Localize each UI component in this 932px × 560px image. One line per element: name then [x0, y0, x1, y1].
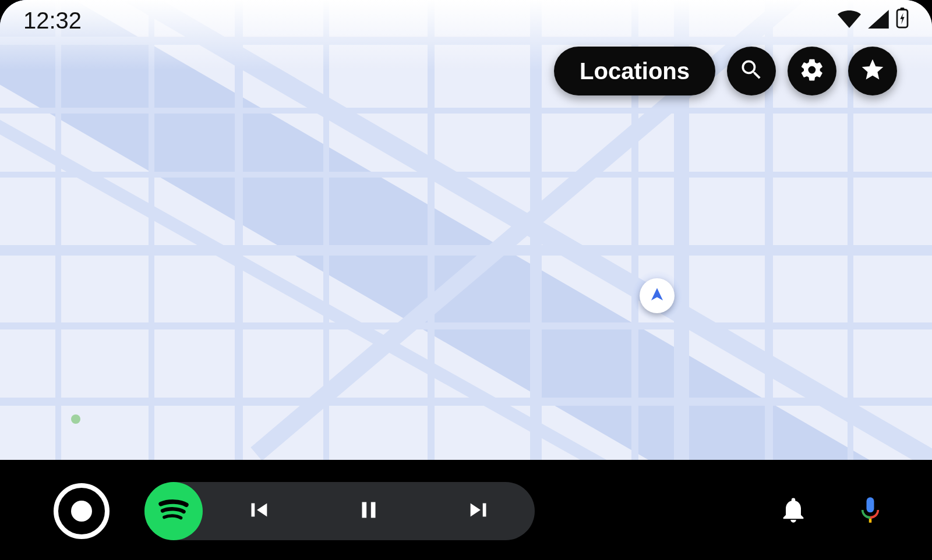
- svg-point-0: [71, 414, 80, 424]
- status-time: 12:32: [23, 8, 82, 34]
- current-location-marker[interactable]: [631, 270, 683, 321]
- dock-right: [778, 495, 885, 527]
- svg-rect-2: [900, 8, 904, 10]
- bottom-dock: [0, 465, 932, 558]
- map-toolbar: Locations: [554, 47, 897, 95]
- navigation-arrow-icon: [648, 286, 666, 306]
- status-icons: [838, 8, 909, 34]
- bell-icon: [778, 517, 809, 527]
- location-disc: [640, 278, 675, 313]
- svg-rect-3: [869, 519, 871, 523]
- favorites-button[interactable]: [848, 47, 897, 95]
- spotify-app-button[interactable]: [144, 482, 203, 540]
- cell-signal-icon: [868, 8, 889, 34]
- search-icon: [739, 57, 764, 85]
- notifications-button[interactable]: [778, 495, 809, 527]
- locations-button[interactable]: Locations: [554, 47, 715, 95]
- android-auto-screen: 12:32 Locations: [0, 0, 932, 560]
- pause-icon: [355, 497, 382, 526]
- spotify-icon: [153, 490, 194, 533]
- locations-label: Locations: [580, 58, 690, 84]
- settings-button[interactable]: [788, 47, 836, 95]
- previous-track-button[interactable]: [203, 482, 313, 540]
- status-bar: 12:32: [0, 0, 932, 41]
- gear-icon: [799, 57, 825, 85]
- play-pause-button[interactable]: [313, 482, 424, 540]
- skip-next-icon: [466, 497, 493, 526]
- wifi-icon: [838, 8, 861, 34]
- assistant-button[interactable]: [855, 495, 885, 527]
- media-widget: [144, 482, 535, 540]
- assistant-mic-icon: [855, 517, 885, 527]
- next-track-button[interactable]: [424, 482, 535, 540]
- battery-charging-icon: [896, 8, 909, 34]
- home-button[interactable]: [54, 483, 110, 539]
- star-icon: [860, 57, 885, 85]
- search-button[interactable]: [727, 47, 776, 95]
- skip-previous-icon: [245, 497, 271, 526]
